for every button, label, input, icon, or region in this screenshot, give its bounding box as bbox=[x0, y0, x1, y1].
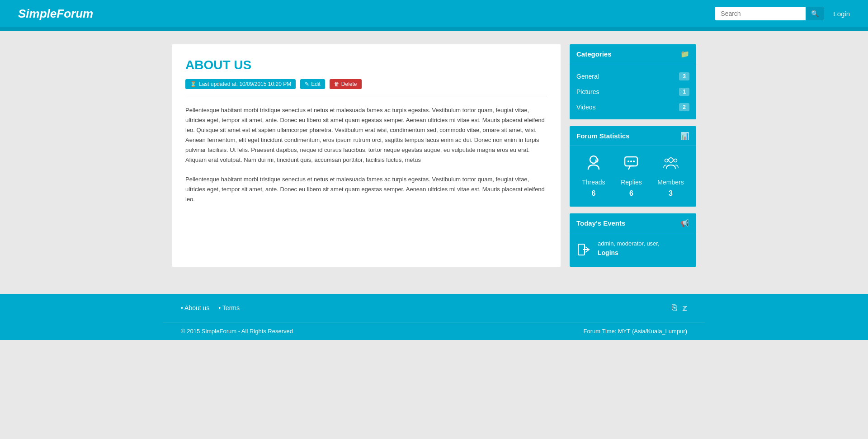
category-item-pictures[interactable]: Pictures 1 bbox=[570, 84, 696, 99]
folder-icon: 📁 bbox=[680, 50, 689, 58]
svg-point-7 bbox=[674, 159, 677, 162]
threads-icon bbox=[585, 155, 602, 175]
stats-grid: Threads 6 Replies 6 bbox=[570, 146, 696, 207]
edit-icon: ✎ bbox=[305, 81, 309, 87]
search-button[interactable]: 🔍 bbox=[806, 7, 824, 20]
search-box: 🔍 bbox=[715, 7, 824, 20]
event-type: Logins bbox=[598, 249, 660, 256]
svg-point-2 bbox=[627, 160, 629, 162]
category-item-general[interactable]: General 3 bbox=[570, 69, 696, 84]
threads-label: Threads bbox=[582, 179, 605, 186]
svg-point-5 bbox=[669, 158, 673, 162]
twitter-icon[interactable]: 𝕫 bbox=[682, 303, 687, 313]
sidebar: Categories 📁 General 3 Pictures 1 Videos… bbox=[570, 44, 696, 267]
meta-bar: ⏳ Last updated at: 10/09/2015 10:20 PM ✎… bbox=[185, 79, 547, 96]
categories-widget: Categories 📁 General 3 Pictures 1 Videos… bbox=[570, 44, 696, 119]
footer-about-link[interactable]: About us bbox=[181, 304, 209, 312]
category-item-videos[interactable]: Videos 2 bbox=[570, 99, 696, 115]
event-users: admin, moderator, user, bbox=[598, 240, 660, 247]
logo-simple: Simple bbox=[18, 7, 57, 20]
category-name-pictures: Pictures bbox=[576, 88, 599, 95]
svg-point-4 bbox=[633, 160, 635, 162]
forum-stats-header: Forum Statistics 📊 bbox=[570, 126, 696, 146]
members-icon bbox=[663, 155, 679, 175]
facebook-icon[interactable]: ⎘ bbox=[672, 303, 677, 313]
category-name-general: General bbox=[576, 73, 599, 80]
search-input[interactable] bbox=[715, 7, 806, 20]
todays-events-title: Today's Events bbox=[576, 219, 625, 227]
categories-title: Categories bbox=[576, 50, 612, 58]
category-badge-pictures: 1 bbox=[679, 88, 689, 96]
last-updated-badge: ⏳ Last updated at: 10/09/2015 10:20 PM bbox=[185, 79, 296, 89]
content-paragraph-1: Pellentesque habitant morbi tristique se… bbox=[185, 105, 547, 165]
trash-icon: 🗑 bbox=[334, 81, 340, 87]
login-icon bbox=[576, 242, 591, 260]
delete-button[interactable]: 🗑 Delete bbox=[330, 79, 362, 89]
stat-threads: Threads 6 bbox=[582, 155, 605, 198]
todays-events-header: Today's Events 📢 bbox=[570, 213, 696, 233]
replies-icon bbox=[623, 155, 639, 175]
forum-stats-widget: Forum Statistics 📊 Threads 6 bbox=[570, 126, 696, 207]
clock-icon: ⏳ bbox=[190, 81, 197, 87]
last-updated-text: Last updated at: 10/09/2015 10:20 PM bbox=[199, 81, 291, 87]
search-icon: 🔍 bbox=[811, 10, 819, 17]
forum-stats-title: Forum Statistics bbox=[576, 132, 630, 140]
footer-bottom: © 2015 SimpleForum - All Rights Reserved… bbox=[163, 322, 705, 340]
footer-terms-link[interactable]: Terms bbox=[218, 304, 240, 312]
logo-forum: Forum bbox=[57, 7, 93, 20]
logo: SimpleForum bbox=[18, 7, 93, 21]
header-right: 🔍 Login bbox=[715, 7, 850, 20]
footer-top: About us Terms ⎘ 𝕫 bbox=[163, 294, 705, 322]
footer-copyright: © 2015 SimpleForum - All Rights Reserved bbox=[181, 328, 293, 335]
footer-time: Forum Time: MYT (Asia/Kuala_Lumpur) bbox=[584, 328, 688, 335]
footer-social: ⎘ 𝕫 bbox=[672, 303, 687, 313]
threads-count: 6 bbox=[591, 189, 595, 198]
edit-button[interactable]: ✎ Edit bbox=[300, 79, 325, 89]
page-title: ABOUT US bbox=[185, 58, 547, 72]
replies-label: Replies bbox=[621, 179, 642, 186]
delete-label: Delete bbox=[341, 81, 357, 87]
todays-events-widget: Today's Events 📢 admin, moderator, user,… bbox=[570, 213, 696, 267]
event-details: admin, moderator, user, Logins bbox=[598, 240, 660, 256]
events-body: admin, moderator, user, Logins bbox=[570, 233, 696, 267]
svg-point-6 bbox=[665, 159, 668, 162]
categories-body: General 3 Pictures 1 Videos 2 bbox=[570, 64, 696, 119]
main-container: ABOUT US ⏳ Last updated at: 10/09/2015 1… bbox=[163, 44, 705, 267]
footer: About us Terms ⎘ 𝕫 © 2015 SimpleForum - … bbox=[0, 294, 868, 340]
content-area: ABOUT US ⏳ Last updated at: 10/09/2015 1… bbox=[172, 44, 561, 267]
svg-point-0 bbox=[590, 156, 597, 163]
sub-header-bar bbox=[0, 27, 868, 31]
members-label: Members bbox=[657, 179, 684, 186]
content-paragraph-2: Pellentesque habitant morbi tristique se… bbox=[185, 175, 547, 204]
edit-label: Edit bbox=[311, 81, 321, 87]
replies-count: 6 bbox=[629, 189, 633, 198]
members-count: 3 bbox=[669, 189, 673, 198]
stat-replies: Replies 6 bbox=[621, 155, 642, 198]
categories-header: Categories 📁 bbox=[570, 44, 696, 64]
chart-icon: 📊 bbox=[680, 132, 689, 140]
svg-point-3 bbox=[630, 160, 632, 162]
footer-links: About us Terms bbox=[181, 304, 240, 312]
header: SimpleForum 🔍 Login bbox=[0, 0, 868, 27]
megaphone-icon: 📢 bbox=[680, 219, 689, 227]
category-badge-general: 3 bbox=[679, 72, 689, 80]
login-button[interactable]: Login bbox=[833, 10, 850, 18]
category-badge-videos: 2 bbox=[679, 103, 689, 111]
category-name-videos: Videos bbox=[576, 104, 596, 111]
stat-members: Members 3 bbox=[657, 155, 684, 198]
